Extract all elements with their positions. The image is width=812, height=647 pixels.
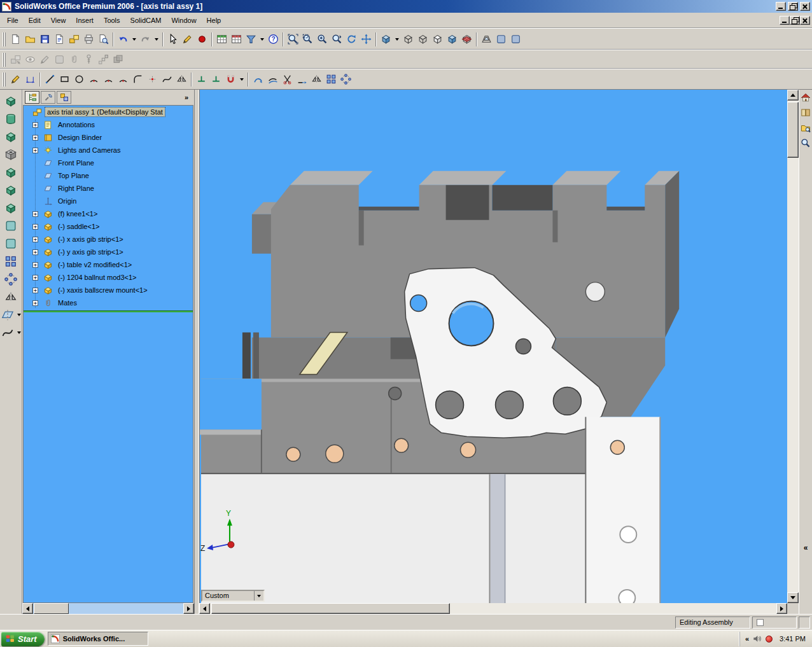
expand-toggle[interactable]: + [32, 288, 38, 293]
vertical-scroll-track[interactable] [787, 101, 799, 592]
horizontal-scroll-track[interactable] [210, 603, 776, 614]
tree-horizontal-scrollbar[interactable] [22, 603, 194, 614]
revolved-boss-icon[interactable] [3, 111, 19, 127]
tree-item-saddle-1[interactable]: +(-) saddle<1> [24, 220, 193, 233]
horizontal-scroll-thumb[interactable] [211, 603, 450, 614]
tree-item-design-binder[interactable]: +Design Binder [24, 131, 193, 144]
tangent-arc-icon[interactable] [101, 72, 116, 87]
realview-graphics-icon[interactable] [494, 32, 508, 46]
minimize-button[interactable] [776, 2, 786, 11]
design-table-icon[interactable] [214, 32, 229, 46]
centerline-icon[interactable] [174, 72, 189, 87]
quick-snaps-icon[interactable] [223, 72, 238, 87]
expand-toggle[interactable]: + [32, 148, 38, 153]
menu-tools[interactable]: Tools [99, 14, 125, 27]
expand-toggle[interactable]: + [32, 224, 38, 230]
print-preview-icon[interactable] [96, 32, 111, 46]
tree-item-xaxis-ballscrew-mount-1[interactable]: +(-) xaxis ballscrew mount<1> [24, 284, 193, 296]
file-explorer-icon[interactable] [801, 123, 811, 134]
view-configuration-combobox[interactable]: Custom [201, 590, 265, 602]
smart-fasteners-icon[interactable] [81, 52, 96, 67]
rectangle-icon[interactable] [57, 72, 72, 87]
menu-insert[interactable]: Insert [71, 14, 99, 27]
3-point-arc-icon[interactable] [116, 72, 130, 87]
new-document-icon[interactable] [8, 32, 23, 46]
tree-item-lights-and-cameras[interactable]: +Lights and Cameras [24, 144, 193, 157]
standard-views-icon[interactable] [379, 32, 393, 46]
mate-icon[interactable] [67, 52, 81, 67]
display-relations-icon[interactable] [209, 72, 223, 87]
standard-views-list-caret[interactable] [393, 32, 401, 46]
exploded-view-icon[interactable] [96, 52, 111, 67]
toolbar-drag-handle[interactable] [3, 32, 6, 46]
tree-scroll-track[interactable] [33, 603, 183, 614]
wireframe-icon[interactable] [401, 32, 416, 46]
toolbar-drag-handle[interactable] [3, 73, 6, 87]
tree-scroll-thumb[interactable] [34, 603, 69, 614]
perspective-icon[interactable] [479, 32, 494, 46]
expand-toggle[interactable]: + [32, 237, 38, 242]
menu-window[interactable]: Window [166, 14, 201, 27]
open-document-icon[interactable] [23, 32, 38, 46]
graphics-area[interactable]: Y Z Custom [199, 90, 787, 603]
line-icon[interactable] [43, 72, 57, 87]
chamfer-icon[interactable] [3, 182, 19, 198]
undo-icon[interactable] [116, 32, 130, 46]
solidcam-tray-icon[interactable] [766, 636, 773, 643]
shaded-with-edges-icon[interactable] [445, 32, 459, 46]
shell-icon[interactable] [3, 200, 19, 216]
extruded-boss-icon[interactable] [3, 93, 19, 109]
centerpoint-arc-icon[interactable] [87, 72, 101, 87]
linear-pattern-icon[interactable] [3, 253, 19, 270]
pan-icon[interactable] [359, 32, 374, 46]
design-library-icon[interactable] [801, 108, 811, 118]
reference-geometry-caret[interactable] [16, 307, 22, 323]
circular-pattern-icon[interactable] [3, 271, 19, 288]
panel-overflow-chevron[interactable]: » [181, 94, 192, 101]
solidworks-resources-icon[interactable] [801, 92, 811, 103]
toolbar-drag-handle[interactable] [3, 53, 6, 67]
hide-show-component-icon[interactable] [23, 52, 38, 67]
record-macro-icon[interactable] [195, 32, 209, 46]
curves-caret[interactable] [16, 324, 22, 341]
tree-item-x-axis-gib-strip-1[interactable]: +(-) x axis gib strip<1> [24, 233, 193, 246]
undo-list-caret[interactable] [130, 32, 138, 46]
expand-toggle[interactable]: + [32, 249, 38, 255]
tree-scroll-right-button[interactable] [183, 603, 194, 614]
tray-chevron[interactable]: « [745, 635, 749, 643]
circle-icon[interactable] [72, 72, 87, 87]
select-icon[interactable] [165, 32, 180, 46]
tree-item-origin[interactable]: Origin [24, 195, 193, 207]
featuremanager-tab[interactable] [25, 91, 39, 104]
restore-button[interactable] [788, 2, 798, 11]
mirror-entities-icon[interactable] [309, 72, 324, 87]
selection-filter-list-caret[interactable] [258, 32, 266, 46]
document-restore-button[interactable] [790, 16, 800, 25]
start-button[interactable]: Start [1, 632, 45, 646]
combobox-dropdown-button[interactable] [254, 591, 263, 601]
configurationmanager-tab[interactable] [57, 91, 71, 104]
quick-snaps-list-caret[interactable] [238, 72, 246, 87]
fillet-icon[interactable] [3, 164, 19, 181]
scroll-down-button[interactable] [787, 592, 799, 603]
make-assembly-from-part-icon[interactable] [67, 32, 81, 46]
tree-item-front-plane[interactable]: Front Plane [24, 157, 193, 169]
mirror-feature-icon[interactable] [3, 289, 19, 305]
save-icon[interactable] [38, 32, 52, 46]
close-button[interactable] [800, 2, 810, 11]
menu-edit[interactable]: Edit [24, 14, 46, 27]
sketch-fillet-icon[interactable] [130, 72, 145, 87]
selection-filter-icon[interactable] [244, 32, 258, 46]
redo-icon[interactable] [138, 32, 153, 46]
task-pane-toggle-icon[interactable] [508, 32, 523, 46]
panel-splitter[interactable] [194, 90, 199, 614]
equations-icon[interactable] [229, 32, 244, 46]
volume-icon[interactable] [753, 634, 762, 643]
vertical-scroll-thumb[interactable] [787, 102, 799, 158]
tree-item-y-axis-gib-strip-1[interactable]: +(-) y axis gib strip<1> [24, 246, 193, 258]
section-view-icon[interactable] [459, 32, 474, 46]
draft-icon[interactable] [3, 235, 19, 252]
sketch-icon[interactable] [180, 32, 195, 46]
add-relation-icon[interactable] [194, 72, 209, 87]
rotate-view-icon[interactable] [344, 32, 359, 46]
